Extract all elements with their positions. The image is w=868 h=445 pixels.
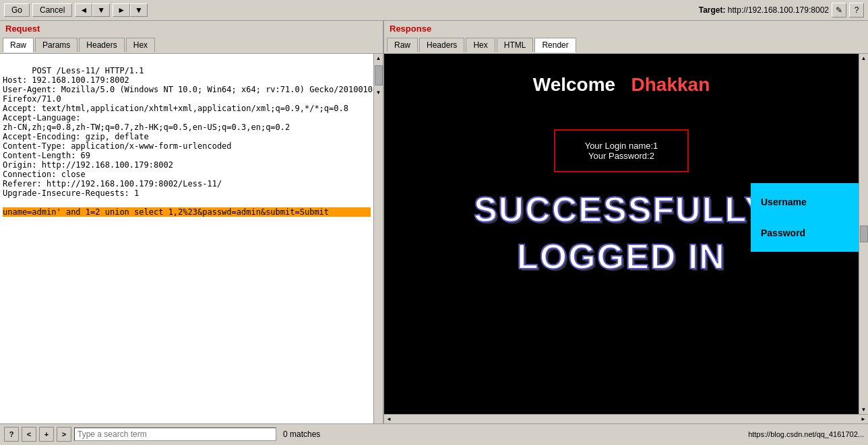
request-title: Request xyxy=(0,21,383,36)
result-box: Your Login name:1 Your Password:2 xyxy=(554,129,689,172)
resp-scroll-right[interactable]: ► xyxy=(859,416,868,422)
resp-scroll-thumb[interactable] xyxy=(860,226,868,242)
request-pane: Request Raw Params Headers Hex POST /Les… xyxy=(0,21,384,423)
back-nav-group: ◄ ▼ xyxy=(75,3,110,17)
bottom-prev-button[interactable]: < xyxy=(22,427,36,442)
bottom-add-button[interactable]: + xyxy=(39,427,54,442)
response-title: Response xyxy=(384,21,868,36)
bottom-help-button[interactable]: ? xyxy=(4,427,19,442)
scroll-down-arrow[interactable]: ▼ xyxy=(375,88,383,97)
response-tab-bar: Raw Headers Hex HTML Render xyxy=(384,36,868,54)
welcome-name: Dhakkan xyxy=(631,74,710,95)
request-vertical-scrollbar[interactable]: ▲ ▼ xyxy=(373,54,383,423)
response-pane: Response Raw Headers Hex HTML Render Wel… xyxy=(384,21,868,423)
resp-scroll-up[interactable]: ▲ xyxy=(860,54,868,63)
request-scroll-area: POST /Less-11/ HTTP/1.1 Host: 192.168.10… xyxy=(0,54,383,423)
bottom-next-button[interactable]: > xyxy=(57,427,71,442)
back-dropdown-button[interactable]: ▼ xyxy=(92,3,110,17)
go-button[interactable]: Go xyxy=(4,3,30,17)
help-button[interactable]: ? xyxy=(849,3,864,18)
request-tab-bar: Raw Params Headers Hex xyxy=(0,36,383,54)
main-layout: Request Raw Params Headers Hex POST /Les… xyxy=(0,21,868,423)
welcome-text: Welcome Dhakkan xyxy=(384,54,859,109)
scroll-thumb[interactable] xyxy=(375,65,383,85)
login-box: Username Password xyxy=(751,183,859,252)
tab-hex-response[interactable]: Hex xyxy=(466,38,495,52)
tab-hex-request[interactable]: Hex xyxy=(126,38,155,52)
tab-headers-request[interactable]: Headers xyxy=(79,38,124,52)
scroll-up-arrow[interactable]: ▲ xyxy=(375,54,383,63)
target-url: http://192.168.100.179:8002 xyxy=(728,5,829,15)
tab-raw-response[interactable]: Raw xyxy=(387,38,418,52)
cancel-button[interactable]: Cancel xyxy=(32,3,72,17)
match-count: 0 matches xyxy=(283,430,320,439)
forward-nav-group: ► ▼ xyxy=(113,3,148,17)
response-scroll-area: Welcome Dhakkan Username Password Your L… xyxy=(384,54,868,414)
tab-params[interactable]: Params xyxy=(35,38,78,52)
response-horizontal-scrollbar[interactable]: ◄ ► xyxy=(384,414,868,423)
request-body[interactable]: POST /Less-11/ HTTP/1.1 Host: 192.168.10… xyxy=(0,54,373,423)
target-label: Target: http://192.168.100.179:8002 xyxy=(699,5,829,15)
forward-button[interactable]: ► xyxy=(113,3,130,17)
status-url: https://blog.csdn.net/qq_4161702... xyxy=(748,430,864,438)
result-line1: Your Login name:1 xyxy=(565,141,677,151)
resp-scroll-down[interactable]: ▼ xyxy=(860,405,868,414)
tab-raw-request[interactable]: Raw xyxy=(3,38,34,53)
response-render-content: Welcome Dhakkan Username Password Your L… xyxy=(384,54,859,414)
bottom-bar: ? < + > 0 matches https://blog.csdn.net/… xyxy=(0,423,868,444)
response-vertical-scrollbar[interactable]: ▲ ▼ xyxy=(859,54,868,414)
tab-headers-response[interactable]: Headers xyxy=(419,38,464,52)
username-label: Username xyxy=(761,197,848,207)
password-label: Password xyxy=(761,228,848,238)
highlighted-payload: uname=admin' and 1=2 union select 1,2%23… xyxy=(3,207,371,217)
edit-target-button[interactable]: ✎ xyxy=(832,3,846,18)
result-line2: Your Password:2 xyxy=(565,151,677,161)
forward-dropdown-button[interactable]: ▼ xyxy=(130,3,148,17)
tab-render-response[interactable]: Render xyxy=(534,38,576,53)
search-input[interactable] xyxy=(74,427,276,441)
tab-html-response[interactable]: HTML xyxy=(497,38,534,52)
back-button[interactable]: ◄ xyxy=(75,3,92,17)
toolbar: Go Cancel ◄ ▼ ► ▼ Target: http://192.168… xyxy=(0,0,868,21)
resp-scroll-left[interactable]: ◄ xyxy=(384,416,394,422)
